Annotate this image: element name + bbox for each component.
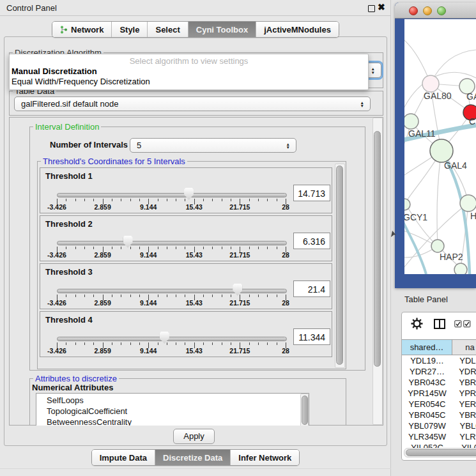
- slider-scale-labels: -3.4262.8599.14415.4321.71528: [57, 203, 286, 211]
- network-canvas[interactable]: GAL80 GA C GAL11 GAL4 GCY1 H HAP2: [404, 19, 476, 274]
- table-panel-title: Table Panel: [404, 295, 448, 304]
- apply-button[interactable]: Apply: [173, 429, 215, 444]
- interval-definition-title: Interval Definition: [33, 122, 101, 132]
- dropdown-option-manual[interactable]: Manual Discretization: [12, 66, 97, 76]
- node-hap2[interactable]: [431, 240, 444, 252]
- dropdown-prompt: Select algorithm to view settings: [10, 56, 368, 66]
- label-gal80: GAL80: [424, 91, 452, 101]
- table-cell: YBR0: [452, 410, 476, 421]
- tab-impute-data[interactable]: Impute Data: [92, 450, 155, 465]
- column-header-shared[interactable]: shared…: [402, 340, 452, 355]
- table-row[interactable]: YBR043CYBR0: [402, 378, 476, 388]
- table-row[interactable]: YDR27…YDR2: [402, 367, 476, 378]
- table-horizontal-scrollbar[interactable]: [404, 448, 476, 457]
- table-cell: YDL1: [452, 356, 476, 367]
- table-cell: YDR27…: [402, 367, 452, 378]
- threshold-value-field[interactable]: 11.344: [293, 328, 330, 345]
- table-row[interactable]: YBR045CYBR0: [402, 410, 476, 421]
- network-window-titlebar[interactable]: [395, 3, 476, 19]
- gear-icon[interactable]: [411, 318, 423, 330]
- threshold-value-field[interactable]: 14.713: [293, 185, 330, 201]
- threshold-label: Threshold 4: [45, 315, 93, 325]
- label-gal11: GAL11: [408, 128, 436, 139]
- table-cell: YDR2: [452, 367, 476, 378]
- table-row[interactable]: YER054CYER0: [402, 399, 476, 410]
- mouse-cursor: [391, 231, 397, 238]
- top-tabs-row: NetworkStyleSelectCyni ToolboxjActiveMNo…: [0, 21, 391, 38]
- minimize-window-icon[interactable]: [423, 6, 432, 15]
- table-cell: YPR1: [452, 388, 476, 399]
- table-row[interactable]: YPR145WYPR1: [402, 388, 476, 399]
- dropdown-option-equal-width[interactable]: Equal Width/Frequency Discretization: [12, 77, 150, 86]
- threshold-label: Threshold 3: [45, 267, 93, 277]
- attribute-item[interactable]: SelfLoops: [36, 395, 309, 406]
- tab-jactivemnodules[interactable]: jActiveMNodules: [256, 22, 339, 37]
- threshold-panel-3: Threshold 3-3.4262.8599.14415.4321.71528…: [40, 263, 332, 309]
- tab-label: jActiveMNodules: [264, 25, 331, 35]
- column-header-name[interactable]: na: [452, 340, 476, 355]
- table-hscrollbar-thumb[interactable]: [406, 449, 476, 456]
- threshold-value-field[interactable]: 6.316: [293, 233, 330, 249]
- table-row[interactable]: YLR345WYLR3: [402, 432, 476, 443]
- table-cell: YBR045C: [402, 410, 452, 421]
- close-panel-icon[interactable]: ✖: [378, 2, 385, 12]
- node-gal11[interactable]: [404, 114, 418, 129]
- node-h[interactable]: [460, 195, 476, 211]
- outer-scrollbar-thumb[interactable]: [374, 131, 381, 367]
- slider-scale-labels: -3.4262.8599.14415.4321.71528: [57, 299, 286, 307]
- slider-track[interactable]: [57, 289, 287, 293]
- thresholds-vertical-scrollbar[interactable]: [335, 164, 345, 368]
- algorithm-dropdown-popup: Select algorithm to view settings Manual…: [9, 54, 369, 90]
- attributes-group-title: Attributes to discretize: [33, 374, 119, 383]
- attribute-item[interactable]: TopologicalCoefficient: [36, 406, 309, 417]
- attributes-scrollbar[interactable]: [300, 394, 309, 426]
- network-view-window: GAL80 GA C GAL11 GAL4 GCY1 H HAP2: [395, 3, 476, 288]
- label-gcy1: GCY1: [404, 212, 427, 222]
- node-gal80[interactable]: [422, 75, 439, 92]
- attributes-scrollbar-thumb[interactable]: [302, 395, 308, 425]
- tab-network[interactable]: Network: [52, 22, 112, 37]
- split-columns-icon[interactable]: [434, 319, 445, 329]
- checkboxes-icon[interactable]: [454, 320, 471, 328]
- node-gal4[interactable]: [430, 139, 453, 162]
- num-intervals-label: Number of Intervals: [50, 140, 128, 150]
- float-panel-button[interactable]: [368, 5, 375, 12]
- close-window-icon[interactable]: [409, 6, 418, 15]
- tab-style[interactable]: Style: [112, 22, 148, 37]
- slider-track[interactable]: [57, 241, 287, 245]
- table-data-select[interactable]: galFiltered.sif default node ▲ ▼: [14, 96, 371, 111]
- attribute-item[interactable]: BetweennessCentrality: [36, 417, 309, 426]
- threshold-label: Threshold 1: [45, 171, 93, 181]
- tab-select[interactable]: Select: [148, 22, 188, 37]
- table-row[interactable]: YBL079WYBL0: [402, 421, 476, 432]
- numerical-attributes-list[interactable]: SelfLoopsTopologicalCoefficientBetweenne…: [36, 393, 309, 426]
- table-cell: YDL19…: [402, 356, 452, 367]
- table-header-row: shared… na: [402, 339, 476, 355]
- table-cell: YER0: [452, 399, 476, 410]
- slider-scale-labels: -3.4262.8599.14415.4321.71528: [57, 347, 286, 355]
- bottom-tabs: Impute DataDiscretize DataInfer Network: [91, 449, 300, 466]
- network-graph: GAL80 GA C GAL11 GAL4 GCY1 H HAP2: [404, 19, 476, 274]
- combo-stepper-icon: ▲ ▼: [360, 100, 364, 107]
- slider-track[interactable]: [57, 193, 287, 197]
- table-panel: shared… na YDL19…YDL1YDR27…YDR2YBR043CYB…: [401, 312, 476, 461]
- num-intervals-select[interactable]: 5 ▲ ▼: [130, 138, 296, 153]
- label-hap2: HAP2: [440, 252, 463, 262]
- zoom-window-icon[interactable]: [437, 6, 446, 15]
- threshold-value-field[interactable]: 21.4: [293, 280, 330, 297]
- slider-track[interactable]: [57, 337, 287, 341]
- table-cell: YBL0: [452, 421, 476, 432]
- threshold-label: Threshold 2: [45, 219, 93, 229]
- thresholds-scrollbar-thumb[interactable]: [336, 165, 343, 365]
- tab-cyni-toolbox[interactable]: Cyni Toolbox: [188, 22, 256, 37]
- tab-label: Discretize Data: [163, 453, 222, 463]
- node-partial-bottom[interactable]: [454, 263, 467, 274]
- node-gcy1[interactable]: [404, 199, 410, 210]
- tab-infer-network[interactable]: Infer Network: [231, 450, 299, 465]
- label-gal4: GAL4: [444, 160, 467, 171]
- label-partial-ga: GA: [466, 91, 476, 102]
- tab-discretize-data[interactable]: Discretize Data: [155, 450, 231, 465]
- threshold-panel-1: Threshold 1-3.4262.8599.14415.4321.71528…: [40, 167, 332, 213]
- table-data-selected-value: galFiltered.sif default node: [21, 99, 118, 109]
- table-row[interactable]: YDL19…YDL1: [402, 356, 476, 367]
